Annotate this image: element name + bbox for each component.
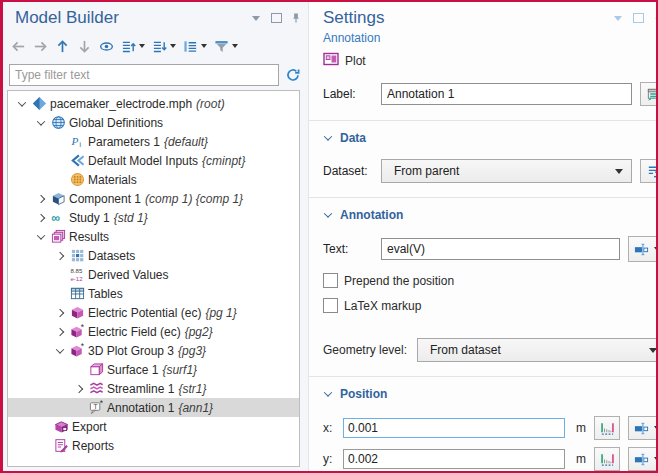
expand-node-icon[interactable] — [52, 253, 68, 259]
rename-button[interactable] — [640, 82, 658, 106]
tree-item-reports[interactable]: Reports — [8, 436, 299, 455]
tree-item-datasets[interactable]: Datasets — [8, 246, 299, 265]
go-to-source-button[interactable] — [640, 159, 658, 183]
annotation-icon: T* — [87, 400, 105, 415]
unit-label: m — [572, 452, 590, 466]
tree-item-derived-values[interactable]: 8.85e-12Derived Values — [8, 265, 299, 284]
comsol-window: Model Builder pacemaker_electrode.mph(ro… — [3, 2, 656, 471]
move-down-icon[interactable] — [77, 36, 92, 56]
model-tree-node-text-icon[interactable] — [183, 36, 207, 56]
geometry-level-select[interactable]: From dataset — [417, 338, 658, 362]
geometry-level-row: Geometry level: From dataset — [323, 338, 658, 362]
label-field-row: Label: — [323, 82, 658, 106]
tree-item-results[interactable]: Results — [8, 227, 299, 246]
chevron-down-icon — [654, 247, 658, 251]
plot-button[interactable]: Plot — [323, 51, 393, 70]
tree-item-label: Study 1 — [69, 211, 110, 225]
range-button[interactable] — [594, 416, 620, 440]
model-root-icon — [30, 96, 48, 111]
float-panel-icon[interactable] — [270, 12, 282, 24]
refresh-icon[interactable] — [284, 66, 302, 84]
menu-caret-icon[interactable] — [250, 12, 262, 24]
filter-icon[interactable] — [214, 36, 238, 56]
position-section-header[interactable]: Position — [325, 387, 658, 401]
tree-item-surface-1[interactable]: Surface 1{surf1} — [8, 360, 299, 379]
tree-item-parameters-1[interactable]: PiParameters 1{default} — [8, 132, 299, 151]
prepend-position-checkbox-row[interactable]: Prepend the position — [323, 273, 658, 288]
tree-item-tag: {pg2} — [185, 325, 213, 339]
insert-expression-button[interactable] — [628, 447, 658, 471]
tree-item-streamline-1[interactable]: Streamline 1{str1} — [8, 379, 299, 398]
dataset-select[interactable]: From parent — [381, 159, 632, 183]
chevron-down-icon — [615, 169, 623, 174]
tree-item-tables[interactable]: Tables — [8, 284, 299, 303]
unit-label: m — [572, 421, 590, 435]
chevron-down-icon — [654, 426, 658, 430]
tree-item-label: Datasets — [88, 249, 135, 263]
plot-icon — [323, 51, 339, 70]
model-builder-titlebar: Model Builder — [3, 2, 308, 30]
tree-item-component-1[interactable]: Component 1(comp 1) {comp 1} — [8, 189, 299, 208]
collapse-node-icon[interactable] — [14, 101, 30, 107]
expand-node-icon[interactable] — [33, 215, 49, 221]
tree-item-default-model-inputs[interactable]: Default Model Inputs{cminpt} — [8, 151, 299, 170]
tree-item-pacemaker-electrode-mph[interactable]: pacemaker_electrode.mph(root) — [8, 94, 299, 113]
parameters-icon: Pi — [68, 134, 86, 149]
settings-breadcrumb[interactable]: Annotation — [323, 31, 658, 45]
forward-icon[interactable] — [33, 36, 48, 56]
annotation-text-input[interactable] — [381, 238, 620, 260]
section-divider — [309, 197, 658, 198]
expand-node-icon[interactable] — [52, 310, 68, 316]
expand-node-icon[interactable] — [33, 196, 49, 202]
latex-markup-checkbox-row[interactable]: LaTeX markup — [323, 298, 658, 313]
tree-item-electric-field-ec[interactable]: *Electric Field (ec){pg2} — [8, 322, 299, 341]
expand-node-icon[interactable] — [52, 329, 68, 335]
tree-item-tag: (comp 1) {comp 1} — [145, 192, 243, 206]
settings-window-controls — [612, 12, 658, 24]
position-y-input[interactable] — [343, 449, 565, 469]
collapse-node-icon[interactable] — [33, 120, 49, 126]
section-divider — [309, 120, 658, 121]
prepend-position-checkbox[interactable] — [323, 273, 338, 288]
tree-item-electric-potential-ec[interactable]: Electric Potential (ec){pg 1} — [8, 303, 299, 322]
label-input[interactable] — [381, 83, 632, 105]
tree-item-study-1[interactable]: ∞Study 1{std 1} — [8, 208, 299, 227]
insert-expression-button[interactable] — [628, 416, 658, 440]
tree-item-materials[interactable]: Materials — [8, 170, 299, 189]
plot-button-label: Plot — [345, 54, 366, 68]
tree-item-3d-plot-group-3[interactable]: *3D Plot Group 3{pg3} — [8, 341, 299, 360]
derived-values-icon: 8.85e-12 — [68, 267, 86, 282]
collapse-node-icon[interactable] — [52, 348, 68, 354]
float-panel-icon[interactable] — [632, 12, 644, 24]
tree-item-global-definitions[interactable]: Global Definitions — [8, 113, 299, 132]
show-icon[interactable] — [99, 36, 114, 56]
collapse-node-icon[interactable] — [33, 234, 49, 240]
tree-item-tag: {pg 1} — [205, 306, 236, 320]
svg-text:T: T — [93, 402, 98, 411]
pin-panel-icon[interactable] — [652, 12, 658, 24]
annotation-section-header[interactable]: Annotation — [325, 208, 658, 222]
back-icon[interactable] — [11, 36, 26, 56]
position-x-input[interactable] — [343, 418, 565, 438]
collapse-all-icon[interactable] — [152, 36, 176, 56]
position-axis-label: y: — [323, 452, 343, 466]
pin-panel-icon[interactable] — [290, 12, 302, 24]
expand-node-icon[interactable] — [71, 386, 87, 392]
data-section-header[interactable]: Data — [325, 131, 658, 145]
chevron-down-icon — [649, 348, 657, 353]
geometry-level-value: From dataset — [430, 343, 501, 357]
insert-expression-button[interactable] — [628, 236, 658, 262]
tree-item-label: Derived Values — [88, 268, 168, 282]
surface-icon — [87, 362, 105, 377]
tree-item-export[interactable]: Export — [8, 417, 299, 436]
data-section-title: Data — [340, 131, 366, 145]
move-up-icon[interactable] — [55, 36, 70, 56]
menu-caret-icon[interactable] — [612, 12, 624, 24]
expand-all-icon[interactable] — [121, 36, 145, 56]
collapse-section-icon — [324, 388, 332, 396]
filter-input[interactable] — [9, 64, 279, 86]
latex-markup-checkbox[interactable] — [323, 298, 338, 313]
range-button[interactable] — [594, 447, 620, 471]
tree-item-annotation-1[interactable]: T*Annotation 1{ann1} — [8, 398, 299, 417]
tree-item-label: Default Model Inputs — [88, 154, 198, 168]
